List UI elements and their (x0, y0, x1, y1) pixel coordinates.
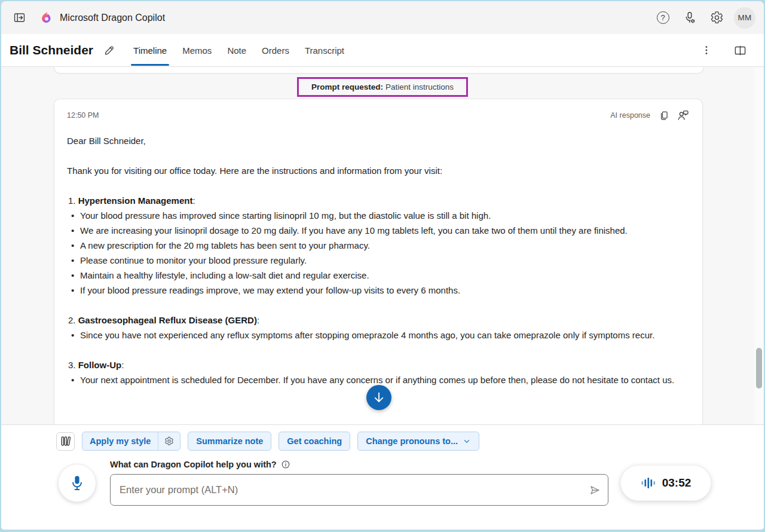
more-options-button[interactable] (697, 41, 716, 60)
edit-patient-name-button[interactable] (99, 41, 118, 60)
letter-section: 3. Follow-Up: Your next appointment is s… (67, 357, 690, 387)
window-frame: Microsoft Dragon Copilot ? (0, 0, 765, 532)
prompt-requested-label: Prompt requested: (311, 82, 383, 91)
pencil-icon (103, 44, 115, 57)
prompt-input-row: What can Dragon Copilot help you with? (1, 460, 764, 506)
tab-label: Timeline (133, 45, 167, 56)
message-timestamp: 12:50 PM (67, 111, 99, 120)
summarize-note-label: Summarize note (196, 436, 263, 446)
section-number: 3. (68, 360, 78, 370)
section-bullets: Since you have not experienced any reflu… (67, 328, 690, 343)
tabbar-actions (697, 41, 755, 60)
section-heading: 1. Hypertension Management: (68, 193, 690, 208)
prompt-input-wrap (110, 474, 608, 506)
section-suffix: : (257, 315, 259, 325)
tab-note[interactable]: Note (219, 34, 254, 66)
top-app-bar: Microsoft Dragon Copilot ? (1, 1, 764, 34)
recording-timer-pill[interactable]: 03:52 (620, 465, 711, 501)
copy-button[interactable] (659, 110, 670, 121)
change-pronouns-label: Change pronouns to... (366, 436, 458, 446)
topbar-actions: ? (653, 7, 755, 29)
tab-memos[interactable]: Memos (175, 34, 219, 66)
apply-my-style-label[interactable]: Apply my style (82, 432, 158, 450)
tab-list: Timeline Memos Note Orders Transcript (126, 34, 352, 66)
recording-time: 03:52 (662, 476, 691, 490)
section-title: Hypertension Management (78, 195, 193, 206)
patient-instructions-letter: Dear Bill Schneider, Thank you for visit… (67, 133, 690, 387)
ai-response-card: 12:50 PM AI response (54, 99, 703, 424)
user-avatar[interactable]: MM (734, 7, 755, 29)
tab-timeline[interactable]: Timeline (126, 34, 175, 66)
microphone-settings-button[interactable] (680, 8, 699, 27)
scrollbar-thumb[interactable] (756, 348, 762, 389)
section-bullets: Your blood pressure has improved since s… (67, 208, 690, 298)
section-number: 1. (68, 195, 78, 206)
letter-intro: Thank you for visiting our office today.… (67, 163, 690, 178)
apply-style-settings-button[interactable] (158, 432, 180, 450)
arrow-down-icon (372, 390, 386, 405)
scrollbar-track[interactable] (754, 67, 764, 424)
section-bullet: We are increasing your lisinopril dosage… (67, 223, 690, 238)
section-heading: 2. Gastroesophageal Reflux Disease (GERD… (68, 313, 690, 328)
settings-button[interactable] (707, 8, 726, 27)
help-button[interactable]: ? (653, 8, 672, 27)
prompt-requested-value: Patient instructions (385, 82, 454, 91)
dragon-copilot-window: Microsoft Dragon Copilot ? (1, 1, 764, 530)
patient-tab-bar: Bill Schneider Timeline Memos Note Order… (1, 34, 764, 67)
gear-icon (710, 11, 724, 25)
section-bullet: Maintain a healthy lifestyle, including … (67, 268, 690, 283)
microphone-icon (68, 474, 86, 492)
chevron-down-icon (463, 437, 471, 445)
section-bullet: Since you have not experienced any reflu… (67, 328, 690, 343)
microphone-settings-icon (683, 11, 697, 25)
section-bullet: Your blood pressure has improved since s… (67, 208, 690, 223)
send-prompt-button[interactable] (588, 483, 602, 497)
tab-label: Note (227, 45, 246, 56)
get-coaching-button[interactable]: Get coaching (279, 432, 350, 451)
app-title: Microsoft Dragon Copilot (60, 13, 165, 23)
expand-panel-button[interactable] (10, 8, 29, 27)
timeline-content[interactable]: Prompt requested: Patient instructions 1… (1, 67, 764, 424)
dictation-mic-button[interactable] (58, 464, 96, 502)
message-actions (659, 109, 690, 122)
section-heading: 3. Follow-Up: (68, 357, 690, 372)
section-bullet: If your blood pressure readings improve,… (67, 283, 690, 298)
prompt-footer: Apply my style Summarize note Get coachi… (1, 424, 764, 530)
section-bullet: A new prescription for the 20 mg tablets… (67, 238, 690, 253)
tab-label: Memos (182, 45, 212, 56)
ai-response-header: 12:50 PM AI response (67, 109, 690, 122)
feedback-button[interactable] (677, 109, 690, 122)
kebab-menu-icon (700, 44, 712, 56)
prompt-divider-row: Prompt requested: Patient instructions (1, 77, 764, 97)
section-bullet: Please continue to monitor your blood pr… (67, 253, 690, 268)
section-suffix: : (121, 360, 124, 370)
letter-greeting: Dear Bill Schneider, (67, 133, 690, 148)
apply-my-style-button[interactable]: Apply my style (82, 432, 180, 451)
previous-card-edge (54, 67, 704, 74)
prompt-heading: What can Dragon Copilot help you with? (110, 460, 277, 469)
patient-name: Bill Schneider (10, 43, 93, 57)
summarize-note-button[interactable]: Summarize note (188, 432, 271, 451)
quick-actions-row: Apply my style Summarize note Get coachi… (1, 432, 764, 451)
section-number: 2. (68, 315, 78, 325)
template-library-button[interactable] (56, 432, 75, 451)
letter-sections: 1. Hypertension Management: Your blood p… (67, 193, 690, 387)
section-title: Follow-Up (78, 360, 121, 370)
info-icon (281, 460, 290, 469)
help-icon: ? (657, 11, 669, 24)
expand-panel-icon (13, 11, 26, 25)
section-title: Gastroesophageal Reflux Disease (GERD) (78, 315, 257, 325)
dragon-copilot-logo (39, 11, 54, 25)
get-coaching-label: Get coaching (287, 436, 342, 446)
letter-section: 1. Hypertension Management: Your blood p… (67, 193, 690, 298)
tab-label: Orders (262, 45, 289, 56)
prompt-heading-row: What can Dragon Copilot help you with? (110, 460, 608, 469)
prompt-input[interactable] (110, 474, 608, 506)
change-pronouns-button[interactable]: Change pronouns to... (357, 432, 479, 451)
tab-transcript[interactable]: Transcript (297, 34, 352, 66)
waveform-icon (641, 475, 656, 491)
scroll-to-bottom-button[interactable] (366, 385, 391, 410)
split-view-button[interactable] (730, 41, 749, 60)
tab-orders[interactable]: Orders (254, 34, 297, 66)
tab-label: Transcript (305, 45, 344, 56)
